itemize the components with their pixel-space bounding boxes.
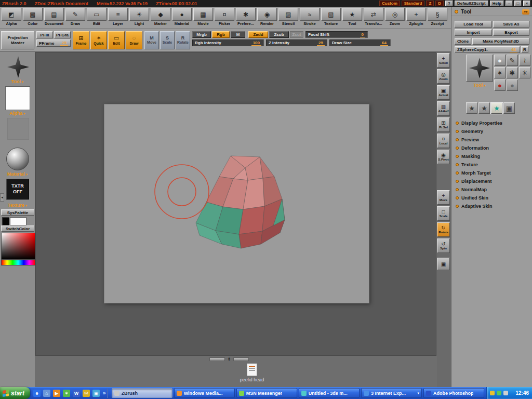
custom-ui-button[interactable]: Custom [379, 1, 400, 6]
tool-flyout-label[interactable]: Tool [0, 79, 35, 84]
palette-button[interactable]: ≈ Stroke [299, 8, 320, 29]
subpalette-row[interactable]: Masking [454, 152, 530, 161]
quick-launch-overflow-icon[interactable]: » [103, 390, 106, 396]
quick-launch-icon[interactable]: W [73, 390, 80, 397]
quick-launch-icon[interactable]: ⌂ [43, 390, 50, 397]
zsub-button[interactable]: Zsub [269, 31, 289, 38]
subpalette-row[interactable]: Morph Target [454, 169, 530, 177]
tool-thumbnail[interactable]: ● [494, 79, 506, 91]
palette-button[interactable]: ◆ Marker [150, 8, 171, 29]
z-button[interactable]: Z [426, 1, 434, 6]
clone-button[interactable]: Clone [455, 38, 471, 45]
palette-button[interactable]: ◩ Alpha [1, 8, 22, 29]
mode-button[interactable]: ▭ Edit [108, 31, 125, 49]
palette-button[interactable]: ≡ Layer [108, 8, 128, 29]
syspalette-button[interactable]: SysPalette [1, 209, 34, 216]
mini-tool-button[interactable]: ↺ Spin [437, 238, 450, 253]
secondary-color-swatch[interactable] [2, 217, 9, 225]
palette-button[interactable]: ▦ Movie [193, 8, 214, 29]
mrgb-button[interactable]: Mrgb [192, 31, 211, 38]
hue-strip[interactable] [1, 260, 35, 265]
left-tray-collapse-icon[interactable]: ◂ [0, 193, 4, 202]
quick-launch-icon[interactable]: ✉ [83, 390, 90, 397]
taskbar-clock[interactable]: 12:46 [515, 390, 529, 396]
frame-camera-button[interactable]: ▣ [437, 258, 450, 270]
default-zscript-button[interactable]: DefaultZScript [455, 1, 488, 6]
import-button[interactable]: Import [455, 29, 492, 36]
d-button[interactable]: D [435, 1, 444, 6]
palette-button[interactable]: + Zplugin [406, 8, 427, 29]
palette-button[interactable]: ✎ Draw [65, 8, 86, 29]
mini-tool-button[interactable]: ▣ Actual [437, 85, 450, 100]
m-button[interactable]: M [231, 31, 245, 38]
mini-tool-button[interactable]: ⊞ Pt Sel [437, 117, 450, 132]
rgb-button[interactable]: Rgb [212, 31, 230, 38]
pframe-button[interactable]: PFrame 25 [36, 39, 71, 47]
palette-button[interactable]: ▭ Edit [86, 8, 107, 29]
tool-thumbnail[interactable]: ★ [466, 102, 477, 114]
tool-thumbnail[interactable]: ★ [478, 102, 490, 114]
volume-icon[interactable] [497, 391, 501, 395]
tool-thumbnail[interactable]: ▣ [503, 102, 515, 114]
texture-flyout-label[interactable]: Texture [0, 203, 35, 208]
projection-master-button[interactable]: Projection Master [1, 31, 34, 49]
save-as-button[interactable]: Save As [493, 21, 529, 28]
help-button[interactable]: Help [490, 1, 504, 6]
menu-item[interactable]: ZBrush 2.0 [2, 1, 26, 6]
alpha-flyout-label[interactable]: Alpha [0, 111, 35, 116]
mini-tool-button[interactable]: ◎ Zoom [437, 69, 450, 84]
start-button[interactable]: start [0, 387, 30, 399]
minimize-icon[interactable]: – [506, 1, 513, 6]
switchcolor-button[interactable]: SwitchColor [1, 225, 34, 232]
tool-thumbnail[interactable]: ✳ [519, 67, 530, 78]
current-stroke-thumbnail[interactable] [7, 118, 29, 140]
palette-button[interactable]: ▩ Color [22, 8, 43, 29]
palette-button[interactable]: ▧ Texture [321, 8, 341, 29]
rgb-intensity-slider[interactable]: Rgb Intensity 100 [192, 39, 264, 46]
palette-button[interactable]: ▨ Stencil [278, 8, 299, 29]
palette-button[interactable]: ¤ Picker [214, 8, 235, 29]
draw-size-slider[interactable]: Draw Size 64 [329, 39, 391, 46]
load-tool-button[interactable]: Load Tool [455, 21, 492, 28]
palette-button[interactable]: ◉ Render [257, 8, 277, 29]
desktop-file-icon[interactable]: peelid head [235, 363, 269, 382]
tool-thumbnail[interactable]: ● [507, 79, 518, 91]
palette-button[interactable]: § Zscript [427, 8, 448, 29]
quick-launch-icon[interactable]: e [33, 390, 41, 397]
mini-tool-button[interactable]: + Move [437, 190, 450, 205]
close-icon[interactable]: × [523, 1, 530, 6]
subpalette-row[interactable]: Adaptive Skin [454, 202, 530, 210]
menu-item[interactable]: ZDoc:ZBrush Document [35, 1, 89, 6]
tool-thumbnail[interactable]: ≀ [519, 55, 530, 66]
color-picker-gradient[interactable] [1, 233, 35, 260]
question-help-button[interactable]: ? [445, 1, 453, 6]
palette-button[interactable]: ☀ Light [129, 8, 150, 29]
mode-button[interactable]: ✶ Quick [90, 31, 107, 49]
panel-menu-icon[interactable]: ▾▾ [522, 9, 529, 15]
pfill-button[interactable]: PFill [36, 31, 53, 38]
tool-thumbnail[interactable]: ★ [491, 102, 502, 114]
tool-panel-header[interactable]: Tool ▾▾ [451, 8, 532, 16]
tool-name-field[interactable]: ZSphereCopy1. 48 [455, 46, 520, 53]
tool-thumbnail[interactable]: ● [494, 55, 506, 66]
current-alpha-thumbnail[interactable] [5, 86, 30, 110]
active-tool-tile[interactable] [466, 55, 493, 82]
palette-button[interactable]: ⇄ Transfo... [363, 8, 384, 29]
standard-ui-button[interactable]: Standard [402, 1, 425, 6]
transform-mode-button[interactable]: R Rotate [176, 31, 190, 49]
tool-flyout-label[interactable]: Tool [466, 83, 493, 88]
r-button[interactable]: R [521, 46, 528, 53]
mini-tool-button[interactable]: ◉ S.Pivot [437, 150, 450, 164]
quick-launch-icon[interactable]: ▶ [53, 390, 60, 397]
subpalette-row[interactable]: Texture [454, 161, 530, 169]
task-button[interactable]: Windows Media... [174, 388, 235, 398]
tool-thumbnail[interactable]: ✎ [507, 55, 518, 66]
scroll-arrows-icon[interactable]: ▲ ▼ [228, 357, 231, 361]
subpalette-row[interactable]: NormalMap [454, 185, 530, 194]
mini-tool-button[interactable]: □ Scale [437, 206, 450, 221]
quick-launch-icon[interactable]: ▣ [92, 390, 100, 397]
current-material-thumbnail[interactable] [6, 148, 29, 170]
security-icon[interactable] [490, 391, 495, 395]
maximize-icon[interactable]: □ [514, 1, 522, 6]
subpalette-row[interactable]: Preview [454, 136, 530, 144]
